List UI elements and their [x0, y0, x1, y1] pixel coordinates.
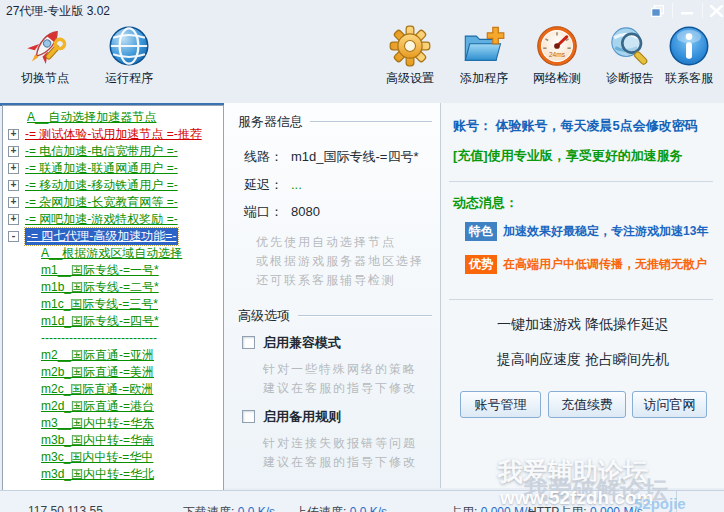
tree-item-telecom[interactable]: +-= 电信加速-电信宽带用户 =- [3, 143, 223, 160]
advanced-options-title: 高级选项 [238, 307, 290, 325]
tree-item-47proxy-selected[interactable]: --= 四七代理-高级加速功能=- [3, 228, 223, 245]
contact-support-button[interactable]: 联系客服 [652, 24, 724, 102]
group-divider [310, 121, 432, 123]
advantage-text: 在高端用户中低调传播，无推销无散户 [503, 256, 707, 273]
advanced-settings-button[interactable]: 高级设置 [373, 24, 447, 102]
account-manage-button[interactable]: 账号管理 [460, 391, 541, 418]
tree-item-auto-by-region[interactable]: A__根据游戏区域自动选择 [3, 245, 223, 262]
switch-node-button[interactable]: 切换节点 [8, 24, 82, 102]
expand-plus-icon[interactable]: + [8, 146, 19, 157]
tree-item-unicom[interactable]: +-= 联通加速-联通网通用户 =- [3, 160, 223, 177]
tree-item-misc-network[interactable]: +-= 杂网加速-长宽教育网等 =- [3, 194, 223, 211]
window-control-divider [672, 3, 673, 18]
toolbar-button-label: 高级设置 [386, 70, 434, 87]
toolbar-button-label: 网络检测 [533, 70, 581, 87]
globe-icon [107, 24, 151, 68]
tree-item-mobile[interactable]: +-= 移动加速-移动铁通用户 =- [3, 177, 223, 194]
recharge-link[interactable]: [充值]使用专业版，享受更好的加速服务 [453, 147, 683, 165]
tree-item-m2d[interactable]: m2d_国际直通-=港台 [3, 398, 223, 415]
delay-field: 延迟：... [244, 176, 302, 194]
tree-separator: ----------------------------- [3, 330, 223, 347]
run-program-button[interactable]: 运行程序 [92, 24, 166, 102]
status-ip: 117.50.113.55 [28, 504, 103, 512]
toolbar-button-label: 切换节点 [21, 70, 69, 87]
expand-plus-icon[interactable]: + [8, 214, 19, 225]
tree-item-netbar[interactable]: +-= 网吧加速-游戏特权奖励 =- [3, 211, 223, 228]
expand-plus-icon[interactable]: + [8, 180, 19, 191]
tree-item-m1d[interactable]: m1d_国际专线-=四号* [3, 313, 223, 330]
status-usage: 占用: 0.000 M/s [450, 504, 533, 512]
backup-rule-checkbox[interactable] [242, 410, 255, 423]
feature-message: 特色 加速效果好最稳定，专注游戏加速13年 [465, 222, 708, 241]
dynamic-message-title: 动态消息： [453, 194, 518, 212]
close-icon [710, 5, 723, 17]
port-value: 8080 [291, 204, 320, 219]
expand-plus-icon[interactable]: + [8, 197, 19, 208]
restore-icon [651, 5, 664, 17]
toolbar-button-label: 联系客服 [665, 70, 713, 87]
speedometer-ms-label: 24ms [549, 51, 566, 58]
tree-item-m1[interactable]: m1__国际专线-=一号* [3, 262, 223, 279]
collapse-minus-icon[interactable]: - [8, 231, 19, 242]
divider [449, 299, 713, 300]
toolbar-button-label: 运行程序 [105, 70, 153, 87]
port-field: 端口：8080 [244, 203, 320, 221]
account-panel: 账号： 体验账号，每天凌晨5点会修改密码 [充值]使用专业版，享受更好的加速服务… [440, 103, 724, 488]
tree-item-m1c[interactable]: m1c_国际专线-=三号* [3, 296, 223, 313]
network-test-button[interactable]: 24ms 网络检测 [520, 24, 594, 102]
tree-item-m3[interactable]: m3__国内中转-=华东 [3, 415, 223, 432]
restore-window-button[interactable] [646, 2, 668, 20]
toolbar-button-label: 添加程序 [460, 70, 508, 87]
slogan-line: 一键加速游戏 降低操作延迟 [441, 316, 724, 334]
toolbar-button-label: 诊断报告 [606, 70, 654, 87]
server-info-panel: 服务器信息 线路：m1d_国际专线-=四号* 延迟：... 端口：8080 优先… [224, 103, 440, 488]
add-program-icon [462, 24, 506, 68]
line-value: m1d_国际专线-=四号* [291, 149, 419, 164]
gear-icon [388, 24, 432, 68]
expand-plus-icon[interactable]: + [8, 163, 19, 174]
tree-item-m3c[interactable]: m3c_国内中转-=华中 [3, 449, 223, 466]
backup-rule-label[interactable]: 启用备用规则 [263, 408, 341, 426]
status-bar: 117.50.113.55 下载速度: 0.0 K/s 上传速度: 0.0 K/… [0, 490, 724, 512]
account-status-text: 账号： 体验账号，每天凌晨5点会修改密码 [453, 117, 698, 135]
line-field: 线路：m1d_国际专线-=四号* [244, 148, 419, 166]
window-control-divider [702, 3, 703, 18]
backup-rule-note: 建议在客服的指导下修改 [263, 454, 417, 471]
speedometer-icon: 24ms [535, 24, 579, 68]
tree-item-m2b[interactable]: m2b_国际直通-=美洲 [3, 364, 223, 381]
server-info-title: 服务器信息 [238, 113, 303, 131]
minimize-window-button[interactable] [676, 2, 698, 20]
status-upload: 上传速度: 0.0 K/s [295, 504, 387, 512]
minimize-icon [680, 5, 694, 17]
tree-item-auto-select[interactable]: A__自动选择加速器节点 [3, 109, 223, 126]
tree-item-m2c[interactable]: m2c_国际直通-=欧洲 [3, 381, 223, 398]
tree-item-trial[interactable]: +-= 测试体验-试用加速节点 =-推荐 [3, 126, 223, 143]
feature-badge: 特色 [465, 222, 497, 241]
advantage-message: 优势 在高端用户中低调传播，无推销无散户 [465, 255, 707, 274]
tree-item-m3b[interactable]: m3b_国内中转-=华南 [3, 432, 223, 449]
diagnose-icon [608, 24, 652, 68]
close-window-button[interactable] [705, 2, 724, 20]
advantage-badge: 优势 [465, 255, 497, 274]
server-info-note: 还可联系客服辅导检测 [256, 272, 396, 289]
tree-item-m1b[interactable]: m1b_国际专线-=二号* [3, 279, 223, 296]
divider [449, 181, 713, 182]
group-divider [298, 315, 432, 317]
expand-plus-icon[interactable]: + [8, 129, 19, 140]
server-info-note: 优先使用自动选择节点 [256, 234, 396, 251]
delay-value: ... [291, 177, 302, 192]
compat-mode-checkbox[interactable] [242, 336, 255, 349]
feature-text: 加速效果好最稳定，专注游戏加速13年 [503, 223, 708, 240]
rocket-icon [23, 24, 67, 68]
status-http-usage: HTTP占用: 0.000 M/s [528, 504, 643, 512]
add-program-button[interactable]: 添加程序 [447, 24, 521, 102]
recharge-renew-button[interactable]: 充值续费 [548, 391, 626, 418]
tree-item-m2[interactable]: m2__国际直通-=亚洲 [3, 347, 223, 364]
compat-mode-label[interactable]: 启用兼容模式 [263, 334, 341, 352]
visit-website-button[interactable]: 访问官网 [632, 391, 707, 418]
compat-mode-note: 针对一些特殊网络的策略 [263, 361, 417, 378]
tree-item-m3d[interactable]: m3d_国内中转-=华北 [3, 466, 223, 483]
status-download: 下载速度: 0.0 K/s [183, 504, 275, 512]
slogan-line: 提高响应速度 抢占瞬间先机 [441, 351, 724, 369]
compat-mode-note: 建议在客服的指导下修改 [263, 380, 417, 397]
